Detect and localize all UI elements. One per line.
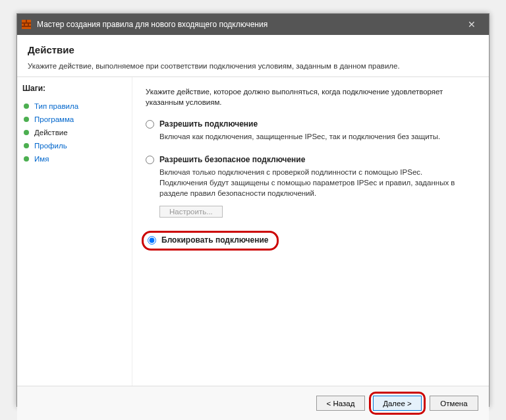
steps-heading: Шаги: [22, 84, 126, 93]
bullet-icon [24, 104, 29, 109]
firewall-icon [21, 19, 32, 30]
svg-rect-5 [28, 24, 29, 26]
footer-area: < Назад Далее > Отмена [17, 386, 489, 420]
configure-button: Настроить... [159, 206, 223, 218]
header-area: Действие Укажите действие, выполняемое п… [17, 35, 489, 77]
option-allow: Разрешить подключение Включая как подклю… [146, 119, 469, 142]
radio-allow-secure-label: Разрешить безопасное подключение [159, 155, 305, 164]
steps-sidebar: Шаги: Тип правила Программа Действие Про… [17, 77, 132, 386]
radio-block[interactable] [148, 236, 156, 245]
bullet-icon [24, 156, 29, 162]
page-title: Действие [28, 44, 478, 55]
next-button[interactable]: Далее > [373, 396, 422, 411]
step-label: Имя [34, 155, 49, 163]
highlight-next: Далее > [369, 392, 426, 415]
back-button[interactable]: < Назад [316, 396, 365, 411]
step-action[interactable]: Действие [22, 126, 126, 139]
step-rule-type[interactable]: Тип правила [22, 100, 126, 113]
step-label: Действие [34, 129, 68, 136]
highlight-block: Блокировать подключение [142, 231, 279, 251]
page-subtitle: Укажите действие, выполняемое при соотве… [28, 62, 478, 70]
bullet-icon [24, 130, 29, 135]
svg-rect-4 [24, 24, 25, 26]
option-block: Блокировать подключение [146, 231, 469, 251]
svg-rect-2 [22, 26, 31, 27]
wizard-dialog: Мастер создания правила для нового входя… [16, 13, 490, 407]
bullet-icon [24, 117, 29, 122]
radio-block-label: Блокировать подключение [161, 235, 269, 245]
svg-rect-3 [26, 20, 27, 22]
step-program[interactable]: Программа [22, 113, 126, 126]
radio-allow-secure-desc: Включая только подключения с проверкой п… [159, 167, 469, 198]
radio-allow-secure[interactable] [146, 156, 154, 164]
step-profile[interactable]: Профиль [22, 139, 126, 152]
close-button[interactable]: ✕ [459, 15, 485, 34]
radio-allow-desc: Включая как подключения, защищенные IPSe… [159, 131, 469, 142]
svg-rect-1 [22, 22, 31, 24]
step-label: Программа [34, 115, 74, 123]
cancel-button[interactable]: Отмена [430, 396, 478, 411]
bullet-icon [24, 143, 29, 148]
radio-allow-label: Разрешить подключение [159, 119, 258, 129]
titlebar: Мастер создания правила для нового входя… [17, 14, 489, 35]
step-label: Профиль [34, 142, 67, 150]
content-area: Укажите действие, которое должно выполня… [132, 77, 489, 386]
step-label: Тип правила [34, 102, 78, 110]
option-allow-secure: Разрешить безопасное подключение Включая… [146, 155, 469, 217]
radio-allow[interactable] [146, 120, 154, 129]
step-name[interactable]: Имя [22, 152, 126, 165]
intro-text: Укажите действие, которое должно выполня… [146, 86, 469, 107]
body-area: Шаги: Тип правила Программа Действие Про… [17, 77, 489, 386]
titlebar-title: Мастер создания правила для нового входя… [37, 20, 459, 29]
